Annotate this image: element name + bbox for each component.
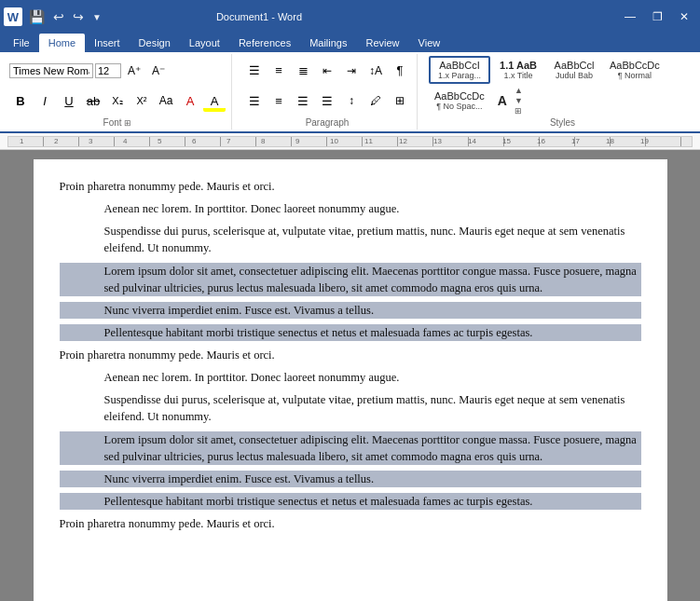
ruler-marks xyxy=(8,137,692,146)
shading-button[interactable]: 🖊 xyxy=(364,89,387,112)
style-item-bab[interactable]: AaBbCcl Judul Bab xyxy=(546,58,602,82)
style-preview-normal: AaBbCcDc xyxy=(610,60,660,71)
tab-file[interactable]: File xyxy=(4,34,39,52)
style-label-nospace: ¶ No Spac... xyxy=(434,102,485,111)
qat-more-button[interactable]: ▼ xyxy=(89,11,104,23)
tab-references[interactable]: References xyxy=(229,34,300,52)
align-left-button[interactable]: ☰ xyxy=(243,89,266,112)
paragraph-8: Aenean nec lorem. In porttitor. Donec la… xyxy=(60,369,641,386)
redo-button[interactable]: ↪ xyxy=(70,8,87,25)
styles-expand[interactable]: ⊞ xyxy=(515,106,523,116)
sort-button[interactable]: ↕A xyxy=(364,60,387,82)
paragraph-10: Lorem ipsum dolor sit amet, consectetuer… xyxy=(60,431,641,465)
font-group-label: Font ⊞ xyxy=(103,116,132,128)
tab-insert[interactable]: Insert xyxy=(85,34,130,52)
app-icon: W xyxy=(4,7,22,26)
line-spacing-button[interactable]: ↕ xyxy=(340,89,363,112)
strikethrough-button[interactable]: ab xyxy=(82,89,104,112)
para-mark-button[interactable]: ¶ xyxy=(389,60,411,82)
title-bar: W 💾 ↩ ↪ ▼ Document1 - Word — ❐ ✕ xyxy=(0,0,700,34)
bold-button[interactable]: B xyxy=(9,89,32,112)
align-justify-button[interactable]: ☰ xyxy=(316,89,338,112)
align-center-button[interactable]: ≡ xyxy=(268,89,290,112)
paragraph-group-label: Paragraph xyxy=(306,116,350,128)
style-label-title: 1.x Title xyxy=(498,71,539,80)
tab-layout[interactable]: Layout xyxy=(180,34,229,52)
style-preview-more: A xyxy=(498,93,507,108)
paragraph-4: Lorem ipsum dolor sit amet, consectetuer… xyxy=(60,263,641,296)
style-label-bab: Judul Bab xyxy=(552,71,597,80)
restore-button[interactable]: ❐ xyxy=(645,8,670,25)
close-button[interactable]: ✕ xyxy=(672,8,696,25)
window-controls: — ❐ ✕ xyxy=(617,8,696,25)
borders-button[interactable]: ⊞ xyxy=(389,89,411,112)
tab-design[interactable]: Design xyxy=(130,34,180,52)
style-preview-paragraph: AaBbCcI xyxy=(436,60,483,71)
font-size-input[interactable] xyxy=(95,63,121,78)
styles-scroll-down[interactable]: ▼ xyxy=(515,96,523,105)
paragraph-2: Aenean nec lorem. In porttitor. Donec la… xyxy=(60,200,641,217)
ribbon-group-paragraph: ☰ ≡ ≣ ⇤ ⇥ ↕A ¶ ☰ ≡ ☰ ☰ ↕ 🖊 ⊞ Paragraph xyxy=(238,54,418,130)
font-row-1: A⁺ A⁻ xyxy=(9,60,170,82)
style-item-paragraph[interactable]: AaBbCcI 1.x Parag... xyxy=(429,56,490,84)
tab-review[interactable]: Review xyxy=(357,34,409,52)
para-row-2: ☰ ≡ ☰ ☰ ↕ 🖊 ⊞ xyxy=(243,89,411,112)
italic-button[interactable]: I xyxy=(34,89,56,112)
page: Proin pharetra nonummy pede. Mauris et o… xyxy=(34,159,667,601)
decrease-font-button[interactable]: A⁻ xyxy=(147,60,170,82)
quick-access-toolbar: 💾 ↩ ↪ ▼ xyxy=(26,8,104,25)
highlight-button[interactable]: A xyxy=(203,89,226,112)
style-label-normal: ¶ Normal xyxy=(610,71,660,80)
paragraph-9: Suspendisse dui purus, scelerisque at, v… xyxy=(60,391,641,425)
ribbon-group-font: A⁺ A⁻ B I U ab X₂ X² Aa A A Font ⊞ xyxy=(4,54,232,130)
paragraph-6: Pellentesque habitant morbi tristique se… xyxy=(60,324,641,341)
style-preview-bab: AaBbCcl xyxy=(552,60,597,71)
styles-tools: AaBbCcI 1.x Parag... 1.1 AaB 1.x Title A… xyxy=(429,56,696,116)
document-area: Proin pharetra nonummy pede. Mauris et o… xyxy=(0,150,700,601)
tab-mailings[interactable]: Mailings xyxy=(300,34,356,52)
minimize-button[interactable]: — xyxy=(617,8,643,25)
undo-button[interactable]: ↩ xyxy=(50,8,67,25)
paragraph-3: Suspendisse dui purus, scelerisque at, v… xyxy=(60,223,641,256)
tab-bar: File Home Insert Design Layout Reference… xyxy=(0,34,700,52)
align-right-button[interactable]: ☰ xyxy=(292,89,314,112)
multilevel-button[interactable]: ≣ xyxy=(292,60,314,82)
bullets-button[interactable]: ☰ xyxy=(243,60,266,82)
ribbon-group-styles: AaBbCcI 1.x Parag... 1.1 AaB 1.x Title A… xyxy=(423,54,700,130)
numbering-button[interactable]: ≡ xyxy=(268,60,290,82)
styles-scroll: ▲ ▼ ⊞ xyxy=(515,86,523,116)
increase-indent-button[interactable]: ⇥ xyxy=(340,60,363,82)
styles-scroll-up[interactable]: ▲ xyxy=(515,86,523,95)
subscript-button[interactable]: X₂ xyxy=(106,89,129,112)
font-name-input[interactable] xyxy=(9,63,93,78)
ruler-inner: 1 2 3 4 5 6 7 8 9 10 11 12 13 14 15 16 1… xyxy=(7,136,693,147)
paragraph-5: Nunc viverra imperdiet enim. Fusce est. … xyxy=(60,302,641,319)
style-preview-title: 1.1 AaB xyxy=(498,60,539,71)
tab-view[interactable]: View xyxy=(409,34,450,52)
paragraph-7: Proin pharetra nonummy pede. Mauris et o… xyxy=(60,347,641,363)
save-button[interactable]: 💾 xyxy=(26,8,48,25)
style-preview-nospace: AaBbCcDc xyxy=(434,90,485,102)
underline-button[interactable]: U xyxy=(58,89,80,112)
paragraph-13: Proin pharetra nonummy pede. Mauris et o… xyxy=(60,515,641,532)
paragraph-11: Nunc viverra imperdiet enim. Fusce est. … xyxy=(60,471,641,487)
style-item-more[interactable]: A xyxy=(492,91,513,110)
superscript-button[interactable]: X² xyxy=(130,89,153,112)
font-row-2: B I U ab X₂ X² Aa A A xyxy=(9,89,226,112)
document-title: Document1 - Word xyxy=(216,11,302,22)
styles-group-label: Styles xyxy=(550,116,575,128)
style-item-title[interactable]: 1.1 AaB 1.x Title xyxy=(492,58,544,82)
font-tools: A⁺ A⁻ B I U ab X₂ X² Aa A A xyxy=(9,56,226,116)
app-icon-letter: W xyxy=(7,10,19,24)
font-color-button[interactable]: A xyxy=(179,89,201,112)
increase-font-button[interactable]: A⁺ xyxy=(123,60,145,82)
clear-format-button[interactable]: Aa xyxy=(155,89,177,112)
paragraph-12: Pellentesque habitant morbi tristique se… xyxy=(60,493,641,510)
para-row-1: ☰ ≡ ≣ ⇤ ⇥ ↕A ¶ xyxy=(243,60,411,82)
tab-home[interactable]: Home xyxy=(39,34,85,52)
paragraph-tools: ☰ ≡ ≣ ⇤ ⇥ ↕A ¶ ☰ ≡ ☰ ☰ ↕ 🖊 ⊞ xyxy=(243,56,411,116)
style-item-normal[interactable]: AaBbCcDc ¶ Normal xyxy=(604,58,666,82)
paragraph-1: Proin pharetra nonummy pede. Mauris et o… xyxy=(60,178,641,195)
decrease-indent-button[interactable]: ⇤ xyxy=(316,60,338,82)
style-item-nospace[interactable]: AaBbCcDc ¶ No Spac... xyxy=(429,89,490,113)
